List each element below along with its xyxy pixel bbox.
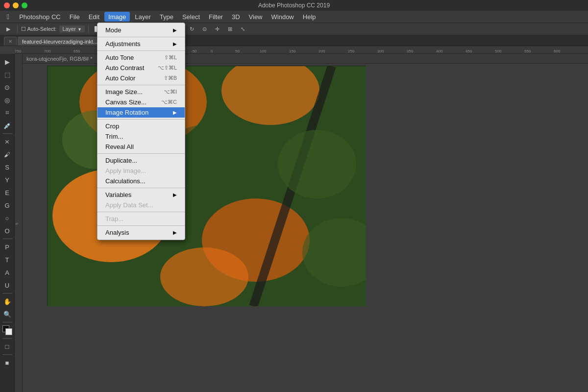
- menu-trap: Trap...: [98, 214, 185, 224]
- menu-photoshop[interactable]: Photoshop CC: [15, 12, 65, 22]
- 3d-rotate-btn[interactable]: ↻: [187, 24, 197, 34]
- menu-auto-color-shortcut: ⇧⌘B: [164, 75, 177, 81]
- menu-auto-color[interactable]: Auto Color ⇧⌘B: [98, 73, 185, 83]
- maximize-button[interactable]: [22, 2, 27, 8]
- menu-apply-data-set: Apply Data Set...: [98, 200, 185, 210]
- move-tool[interactable]: ▶: [1, 56, 13, 68]
- menu-image-rotation[interactable]: Image Rotation ▶: [98, 107, 185, 118]
- clone-stamp-tool[interactable]: S: [1, 161, 13, 173]
- menu-crop[interactable]: Crop: [98, 121, 185, 131]
- healing-brush-tool[interactable]: ⨯: [1, 136, 13, 147]
- tab-bar: ✕ featured-kleurverzadiging-inkt...: [0, 35, 588, 46]
- menu-window[interactable]: Window: [268, 12, 298, 22]
- menu-image-rotation-label: Image Rotation: [105, 109, 148, 116]
- eyedropper-tool[interactable]: 💉: [1, 120, 13, 131]
- tab-filename: featured-kleurverzadiging-inkt...: [22, 39, 98, 45]
- 3d-roll-btn[interactable]: ⊙: [199, 24, 210, 34]
- window-title: Adobe Photoshop CC 2019: [258, 2, 330, 9]
- blur-tool[interactable]: ○: [1, 212, 13, 224]
- left-toolbar-sep-1: [2, 133, 12, 134]
- toolbar-separator-2: [88, 25, 89, 33]
- canvas-image[interactable]: [47, 66, 366, 306]
- auto-select-value[interactable]: Layer ▼: [59, 25, 85, 32]
- 3d-slide-btn[interactable]: ⊞: [225, 24, 236, 34]
- menu-duplicate-label: Duplicate...: [105, 157, 137, 164]
- eraser-tool[interactable]: E: [1, 187, 13, 198]
- image-menu-dropdown: Mode ▶ Adjustments ▶ Auto Tone ⇧⌘L Auto …: [97, 23, 185, 240]
- screen-mode-btn[interactable]: ■: [1, 357, 13, 368]
- document-tab-close[interactable]: ✕: [4, 37, 17, 46]
- menu-image-size[interactable]: Image Size... ⌥⌘I: [98, 87, 185, 97]
- lasso-tool[interactable]: ⊙: [1, 81, 13, 93]
- dropdown-sep-8: [98, 225, 185, 226]
- hand-tool[interactable]: ✋: [1, 295, 13, 307]
- main-area: ▶ ⬚ ⊙ ◎ ⌗ 💉 ⨯ 🖌 S Y E G ○ O P T A U ✋ 🔍 …: [0, 54, 588, 392]
- menu-auto-tone[interactable]: Auto Tone ⇧⌘L: [98, 52, 185, 63]
- dodge-tool[interactable]: O: [1, 225, 13, 237]
- menu-select[interactable]: Select: [178, 12, 204, 22]
- left-toolbar-sep-2: [2, 239, 12, 239]
- menu-analysis[interactable]: Analysis ▶: [98, 227, 185, 238]
- background-color[interactable]: [5, 328, 12, 335]
- menu-calculations[interactable]: Calculations...: [98, 176, 185, 186]
- menu-adjustments-arrow: ▶: [173, 41, 177, 47]
- menu-crop-label: Crop: [105, 122, 119, 130]
- dropdown-sep-6: [98, 188, 185, 188]
- type-tool[interactable]: T: [1, 254, 13, 266]
- menu-image-size-shortcut: ⌥⌘I: [164, 89, 177, 95]
- history-brush-tool[interactable]: Y: [1, 174, 13, 186]
- menu-bar:  Photoshop CC File Edit Image Layer Typ…: [0, 11, 588, 23]
- menu-image-rotation-arrow: ▶: [173, 110, 177, 115]
- shape-tool[interactable]: U: [1, 279, 13, 291]
- menu-layer[interactable]: Layer: [131, 12, 155, 22]
- menu-mode-arrow: ▶: [173, 27, 177, 33]
- zoom-tool[interactable]: 🔍: [1, 308, 13, 320]
- gradient-tool[interactable]: G: [1, 199, 13, 211]
- menu-mode[interactable]: Mode ▶: [98, 25, 185, 35]
- color-swatches[interactable]: [2, 325, 12, 335]
- menu-image-size-label: Image Size...: [105, 88, 143, 96]
- menu-variables[interactable]: Variables ▶: [98, 190, 185, 200]
- menu-trim-label: Trim...: [105, 133, 123, 140]
- document-tab[interactable]: featured-kleurverzadiging-inkt...: [18, 37, 102, 46]
- menu-help[interactable]: Help: [299, 12, 320, 22]
- dropdown-sep-5: [98, 153, 185, 154]
- menu-type[interactable]: Type: [156, 12, 177, 22]
- menu-view[interactable]: View: [245, 12, 267, 22]
- menu-apply-image: Apply Image...: [98, 166, 185, 176]
- move-tool-btn[interactable]: ▶: [3, 24, 14, 34]
- window-controls: [4, 2, 27, 8]
- menu-adjustments[interactable]: Adjustments ▶: [98, 39, 185, 49]
- menu-edit[interactable]: Edit: [85, 12, 103, 22]
- quick-mask-btn[interactable]: □: [1, 341, 13, 352]
- rectangular-marquee-tool[interactable]: ⬚: [1, 69, 13, 80]
- menu-apply-image-label: Apply Image...: [105, 167, 146, 174]
- 3d-scale-btn[interactable]: ⤡: [238, 24, 248, 34]
- menu-trim[interactable]: Trim...: [98, 131, 185, 142]
- document-title: kora-utqjcneoFjo, RGB/8# *: [26, 56, 93, 62]
- apple-menu[interactable]: : [2, 12, 14, 22]
- brush-tool[interactable]: 🖌: [1, 148, 13, 160]
- menu-file[interactable]: File: [66, 12, 84, 22]
- menu-reveal-all-label: Reveal All: [105, 143, 134, 150]
- 3d-pan-btn[interactable]: ✛: [212, 24, 223, 34]
- quick-select-tool[interactable]: ◎: [1, 94, 13, 106]
- menu-image[interactable]: Image: [104, 12, 130, 22]
- auto-select-label: ☐ Auto-Select:: [21, 26, 56, 32]
- menu-analysis-label: Analysis: [105, 229, 129, 236]
- menu-3d[interactable]: 3D: [228, 12, 244, 22]
- pen-tool[interactable]: P: [1, 241, 13, 253]
- dropdown-sep-2: [98, 50, 185, 51]
- minimize-button[interactable]: [13, 2, 19, 8]
- menu-canvas-size[interactable]: Canvas Size... ⌥⌘C: [98, 97, 185, 107]
- tab-close-icon[interactable]: ✕: [8, 39, 12, 44]
- crop-tool[interactable]: ⌗: [1, 107, 13, 119]
- menu-duplicate[interactable]: Duplicate...: [98, 155, 185, 166]
- menu-reveal-all[interactable]: Reveal All: [98, 142, 185, 152]
- menu-auto-tone-shortcut: ⇧⌘L: [164, 54, 177, 61]
- menu-filter[interactable]: Filter: [205, 12, 227, 22]
- menu-auto-contrast[interactable]: Auto Contrast ⌥⇧⌘L: [98, 63, 185, 73]
- menu-variables-arrow: ▶: [173, 192, 177, 197]
- path-select-tool[interactable]: A: [1, 267, 13, 278]
- close-button[interactable]: [4, 2, 10, 8]
